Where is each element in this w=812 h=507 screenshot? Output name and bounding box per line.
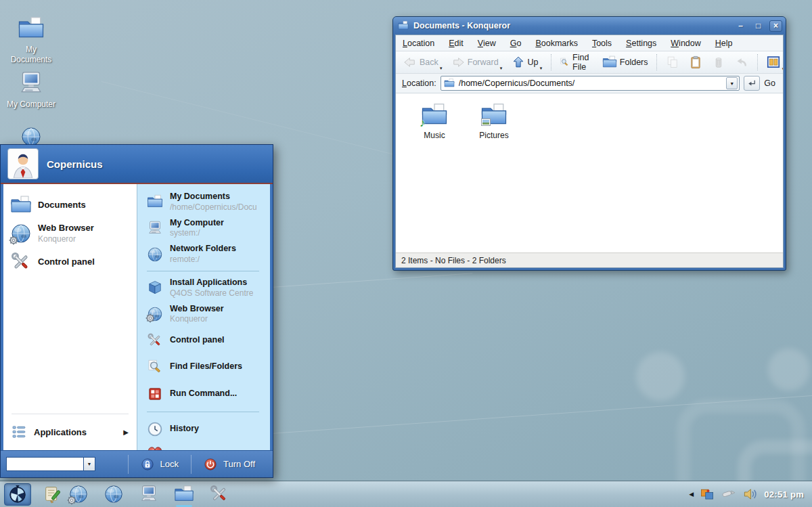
- q4os-logo-icon: [7, 484, 28, 504]
- up-label: Up: [528, 58, 539, 67]
- tray-collapse-icon[interactable]: ◀: [689, 491, 694, 498]
- minimize-button[interactable]: –: [734, 20, 747, 32]
- desktop-icon-label: My Documents: [4, 45, 58, 65]
- menu-item-documents[interactable]: Documents: [3, 191, 137, 219]
- maximize-button[interactable]: □: [752, 20, 765, 32]
- start-menu-header: Copernicus: [1, 145, 273, 184]
- find-file-button[interactable]: Find File: [556, 51, 597, 73]
- item-label: Network Folders: [170, 244, 236, 255]
- item-sublabel: remote:/: [170, 255, 236, 265]
- titlebar[interactable]: Documents - Konqueror – □ ×: [393, 17, 786, 35]
- go-enter-button[interactable]: [744, 76, 760, 91]
- menu-item-history[interactable]: History: [137, 416, 270, 440]
- computer-icon: [139, 484, 159, 504]
- turn-off-button[interactable]: Turn Off: [191, 455, 267, 474]
- toolbar-separator: [757, 54, 758, 70]
- menu-item-my-computer[interactable]: My Computer system:/: [137, 215, 270, 242]
- taskbar-icon-notes[interactable]: [42, 483, 64, 505]
- up-dropdown-icon[interactable]: ▼: [539, 66, 543, 70]
- taskbar-icon-computer[interactable]: [138, 483, 160, 505]
- photo-icon: [481, 118, 491, 126]
- menu-item-install-applications[interactable]: Install Applications Q4OS Software Centr…: [137, 275, 270, 301]
- file-item-pictures[interactable]: Pictures: [473, 102, 515, 140]
- back-button[interactable]: Back ▼: [400, 54, 447, 70]
- desktop-icon-my-computer[interactable]: My Computer: [4, 70, 58, 110]
- menu-item-applications[interactable]: Applications ▶: [3, 418, 137, 447]
- file-view[interactable]: ♪ Music Pictures: [396, 93, 783, 252]
- folder-icon: [174, 484, 194, 504]
- start-menu-left-column: Documents Web Browser Konqueror Control …: [3, 184, 137, 450]
- item-label: My Documents: [170, 192, 256, 202]
- menu-item-network-folders[interactable]: Network Folders remote:/: [137, 241, 270, 267]
- toolbar-separator: [551, 54, 551, 70]
- desktop-icon-my-documents[interactable]: My Documents: [4, 15, 58, 65]
- location-input[interactable]: [457, 78, 724, 89]
- forward-button[interactable]: Forward ▼: [448, 54, 507, 70]
- close-button[interactable]: ×: [769, 20, 782, 32]
- search-dropdown-button[interactable]: ▼: [83, 457, 95, 471]
- menu-item-my-documents[interactable]: My Documents /home/Copernicus/Documents/: [137, 189, 270, 215]
- computer-icon: [147, 220, 163, 236]
- menu-tools[interactable]: Tools: [592, 39, 612, 48]
- power-icon: [204, 458, 217, 471]
- up-arrow-icon: [512, 56, 525, 69]
- trash-button[interactable]: [708, 53, 729, 71]
- menu-go[interactable]: Go: [510, 39, 522, 48]
- forward-arrow-icon: [451, 56, 465, 69]
- taskbar-icon-control-panel[interactable]: [208, 483, 230, 505]
- menubar: Location Edit View Go Bookmarks Tools Se…: [396, 35, 783, 51]
- taskbar-icon-file-manager[interactable]: [173, 483, 195, 505]
- menu-item-web-browser-2[interactable]: Web Browser Konqueror: [137, 301, 270, 328]
- menu-help[interactable]: Help: [715, 39, 733, 48]
- view-mode-dropdown-icon[interactable]: ▼: [782, 67, 784, 71]
- menu-item-control-panel-2[interactable]: Control panel: [137, 327, 270, 351]
- search-input[interactable]: [6, 457, 83, 471]
- start-button[interactable]: [4, 483, 31, 506]
- taskbar-icon-globe[interactable]: [103, 483, 125, 505]
- menu-item-find-files[interactable]: Find Files/Folders: [137, 351, 270, 378]
- view-mode-button[interactable]: ▼: [763, 53, 784, 71]
- package-icon: [147, 280, 163, 296]
- tray-updates-icon[interactable]: [699, 486, 715, 502]
- menu-view[interactable]: View: [478, 39, 496, 48]
- go-label[interactable]: Go: [764, 79, 777, 88]
- forward-dropdown-icon[interactable]: ▼: [499, 66, 503, 70]
- undo-button[interactable]: [731, 53, 752, 71]
- location-combo[interactable]: ▼: [441, 76, 740, 91]
- menu-location[interactable]: Location: [403, 39, 434, 48]
- location-dropdown-button[interactable]: ▼: [726, 77, 738, 89]
- menu-item-run-command[interactable]: Run Command...: [137, 378, 270, 405]
- start-menu: Copernicus Documents Web Browser Konquer…: [0, 144, 273, 478]
- run-command-icon: [147, 386, 163, 402]
- undo-icon: [734, 55, 749, 70]
- menu-item-control-panel[interactable]: Control panel: [3, 248, 137, 276]
- copy-button[interactable]: [662, 53, 683, 71]
- menu-edit[interactable]: Edit: [449, 39, 464, 48]
- search-combo[interactable]: ▼: [6, 457, 95, 471]
- menu-item-web-browser[interactable]: Web Browser Konqueror: [3, 219, 137, 248]
- window-folder-icon: [398, 20, 409, 31]
- separator: [12, 414, 129, 414]
- tray-volume-icon[interactable]: [742, 486, 759, 502]
- item-label: Install Applications: [170, 278, 253, 288]
- menu-settings[interactable]: Settings: [626, 39, 656, 48]
- taskbar-icon-web-browser[interactable]: [68, 483, 89, 505]
- menu-window[interactable]: Window: [671, 39, 700, 48]
- paste-button[interactable]: [685, 53, 706, 71]
- desktop-icon-label: My Computer: [7, 100, 55, 110]
- gear-icon: [8, 235, 19, 246]
- item-sublabel: Q4OS Software Centre: [170, 288, 253, 299]
- tray-clipboard-icon[interactable]: [721, 486, 737, 502]
- menu-bookmarks[interactable]: Bookmarks: [535, 39, 578, 48]
- file-item-music[interactable]: ♪ Music: [413, 102, 455, 140]
- folders-button[interactable]: Folders: [599, 53, 652, 71]
- up-button[interactable]: Up ▼: [508, 54, 547, 70]
- file-label: Pictures: [479, 131, 508, 140]
- item-label: Control panel: [170, 335, 225, 346]
- lock-button[interactable]: Lock: [128, 455, 191, 474]
- turn-off-label: Turn Off: [223, 459, 255, 469]
- item-label: Documents: [38, 200, 86, 211]
- toolbar-separator: [656, 54, 657, 70]
- back-dropdown-icon[interactable]: ▼: [439, 66, 443, 70]
- clock[interactable]: 02:51 pm: [764, 489, 804, 500]
